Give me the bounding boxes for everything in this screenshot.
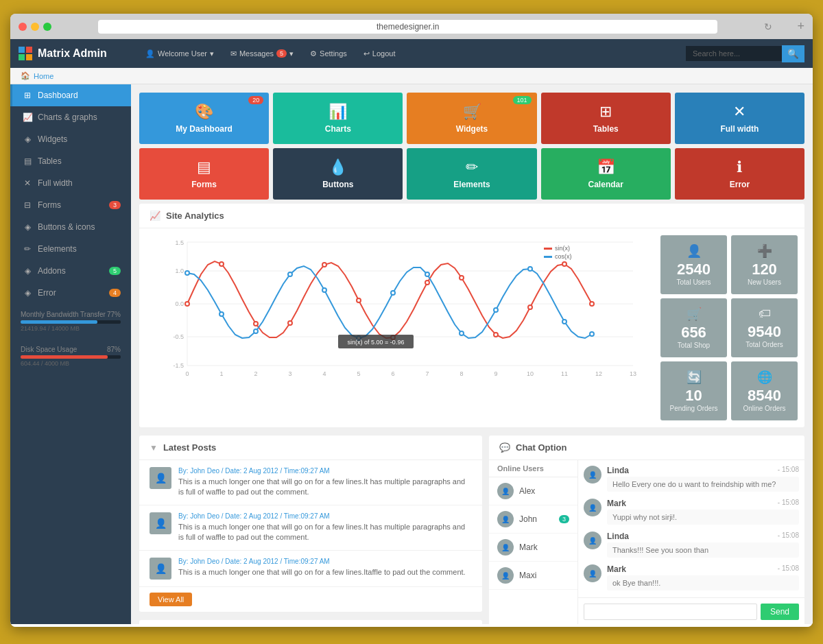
dot-maximize[interactable] <box>43 23 51 31</box>
nav-logout[interactable]: ↩ Logout <box>357 47 403 61</box>
svg-point-37 <box>590 302 594 306</box>
tile-elements-icon: ✏ <box>466 158 478 176</box>
svg-point-26 <box>219 262 224 266</box>
analytics-body: 1.5 1.0 0.0 -0.5 -1.5 0 1 2 <box>139 228 804 427</box>
tile-charts-icon: 📊 <box>329 103 347 121</box>
svg-point-34 <box>494 333 498 337</box>
tile-buttons[interactable]: 💧 Buttons <box>273 148 403 200</box>
bandwidth-progress-track <box>21 320 121 324</box>
tile-elements[interactable]: ✏ Elements <box>407 148 536 200</box>
svg-text:sin(x) of 5.00 = -0.96: sin(x) of 5.00 = -0.96 <box>348 339 405 346</box>
svg-point-45 <box>425 272 429 276</box>
svg-rect-53 <box>544 248 552 250</box>
tile-tables-icon: ⊞ <box>599 103 612 121</box>
tiles-row-1: 20 🎨 My Dashboard 📊 Charts 101 🛒 Widgets <box>139 93 804 144</box>
svg-text:6: 6 <box>391 370 394 377</box>
post-content: By: John Deo / Date: 2 Aug 2012 / Time:0… <box>178 467 472 498</box>
online-user-alex[interactable]: 👤 Alex <box>489 477 577 505</box>
online-user-mark[interactable]: 👤 Mark <box>489 534 577 562</box>
charts-icon: 📈 <box>23 112 32 122</box>
svg-point-49 <box>562 320 566 324</box>
online-user-maxi[interactable]: 👤 Maxi <box>489 562 577 590</box>
svg-point-50 <box>590 332 594 336</box>
nav-welcome[interactable]: 👤 Welcome User ▾ <box>139 47 221 61</box>
sidebar-item-forms[interactable]: ⊟ Forms 3 <box>10 194 131 216</box>
buttons-icon: ◈ <box>23 222 32 232</box>
chat-messages: 👤 Linda - 15:08 Hello Every one do u wan… <box>578 460 804 597</box>
tile-forms-icon: ▤ <box>197 158 211 176</box>
tile-charts[interactable]: 📊 Charts <box>273 93 403 144</box>
pending-orders-icon: 🔄 <box>687 370 702 385</box>
tile-error[interactable]: ℹ Error <box>675 148 804 200</box>
tile-buttons-icon: 💧 <box>329 158 347 176</box>
mark-avatar: 👤 <box>497 539 514 556</box>
svg-point-27 <box>254 322 258 326</box>
search-input[interactable] <box>686 46 782 61</box>
dot-minimize[interactable] <box>31 23 39 31</box>
chat-send-button[interactable]: Send <box>761 604 799 620</box>
svg-text:cos(x): cos(x) <box>555 253 572 260</box>
browser-titlebar: themedesigner.in ↻ + <box>10 14 813 39</box>
svg-text:-0.5: -0.5 <box>173 333 184 340</box>
tile-tables[interactable]: ⊞ Tables <box>541 93 671 144</box>
svg-point-30 <box>357 298 361 302</box>
tile-forms[interactable]: ▤ Forms <box>139 148 269 200</box>
sidebar-item-widgets[interactable]: ◈ Widgets <box>10 128 131 150</box>
svg-rect-55 <box>544 256 552 258</box>
sidebar-item-dashboard[interactable]: ⊞ Dashboard <box>10 84 131 106</box>
online-orders-icon: 🌐 <box>757 370 772 385</box>
svg-point-44 <box>391 291 395 295</box>
svg-text:9: 9 <box>494 370 497 377</box>
nav-messages[interactable]: ✉ Messages 5 ▾ <box>224 47 300 61</box>
tile-widgets[interactable]: 101 🛒 Widgets <box>407 93 536 144</box>
tile-dashboard[interactable]: 20 🎨 My Dashboard <box>139 93 269 144</box>
online-user-john[interactable]: 👤 John 3 <box>489 505 577 534</box>
linda-avatar-2: 👤 <box>584 532 601 549</box>
svg-text:4: 4 <box>322 370 326 377</box>
tile-dashboard-icon: 🎨 <box>195 103 213 121</box>
toggle-icon[interactable]: ▼ <box>150 443 158 453</box>
svg-text:0: 0 <box>185 370 189 377</box>
tile-fullwidth[interactable]: ✕ Full width <box>675 93 804 144</box>
svg-text:sin(x): sin(x) <box>555 245 570 252</box>
chat-card: 💬 Chat Option Online Users 👤 Alex <box>489 436 804 624</box>
svg-point-42 <box>322 288 326 292</box>
dot-close[interactable] <box>19 23 27 31</box>
tile-calendar[interactable]: 📅 Calendar <box>541 148 671 200</box>
svg-point-29 <box>322 263 326 267</box>
chat-input[interactable] <box>584 604 757 620</box>
stat-total-shop: 🛒 656 Total Shop <box>660 298 727 357</box>
bandwidth-section: Monthly Bandwidth Transfer 77% 21419.94 … <box>10 304 131 339</box>
svg-text:13: 13 <box>630 370 636 377</box>
chat-icon: 💬 <box>499 442 510 453</box>
brand-name: Matrix Admin <box>38 47 107 60</box>
sidebar-item-buttons[interactable]: ◈ Buttons & icons <box>10 216 131 238</box>
reload-icon[interactable]: ↻ <box>764 21 772 32</box>
tile-fullwidth-icon: ✕ <box>733 103 746 121</box>
post-content: By: John Deo / Date: 2 Aug 2012 / Time:0… <box>178 558 472 580</box>
total-orders-icon: 🏷 <box>759 307 771 321</box>
new-tab-button[interactable]: + <box>797 19 804 34</box>
nav-settings[interactable]: ⚙ Settings <box>303 47 354 61</box>
view-all-button[interactable]: View All <box>150 593 192 606</box>
addons-icon: ◈ <box>23 266 32 276</box>
sidebar-item-addons[interactable]: ◈ Addons 5 <box>10 260 131 282</box>
address-bar[interactable]: themedesigner.in <box>98 20 717 34</box>
sidebar-item-charts[interactable]: 📈 Charts & graphs <box>10 106 131 128</box>
tile-calendar-icon: 📅 <box>597 158 615 176</box>
chat-msg-linda-1: 👤 Linda - 15:08 Hello Every one do u wan… <box>584 466 799 492</box>
svg-point-40 <box>254 329 258 333</box>
breadcrumb: 🏠 Home <box>10 68 813 84</box>
search-button[interactable]: 🔍 <box>782 45 804 62</box>
stat-total-orders: 🏷 9540 Total Orders <box>731 298 798 357</box>
content-area: 20 🎨 My Dashboard 📊 Charts 101 🛒 Widgets <box>131 84 813 624</box>
tile-widgets-icon: 🛒 <box>463 103 481 121</box>
stat-pending-orders: 🔄 10 Pending Orders <box>660 361 727 420</box>
sidebar-item-elements[interactable]: ✏ Eelements <box>10 238 131 260</box>
brand: Matrix Admin <box>19 47 139 60</box>
sidebar-item-tables[interactable]: ▤ Tables <box>10 150 131 172</box>
chart-area: 1.5 1.0 0.0 -0.5 -1.5 0 1 2 <box>146 235 654 420</box>
chat-msg-mark-2: 👤 Mark - 15:08 ok Bye than!!!. <box>584 564 799 591</box>
sidebar-item-error[interactable]: ◈ Error 4 <box>10 282 131 304</box>
sidebar-item-fullwidth[interactable]: ✕ Full width <box>10 172 131 194</box>
